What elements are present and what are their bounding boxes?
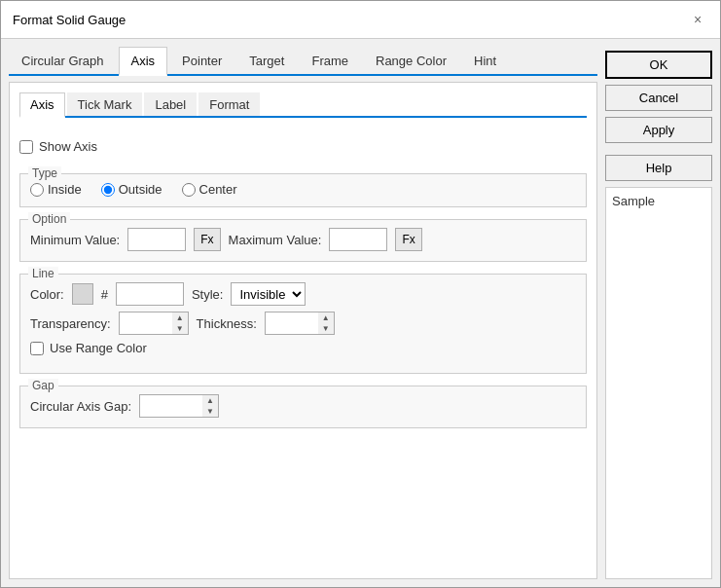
tab-frame[interactable]: Frame (299, 47, 361, 74)
style-label: Style: (192, 287, 224, 302)
circular-axis-gap-spinbox: 0 px ▲ ▼ (139, 394, 219, 418)
inner-tab-label[interactable]: Label (144, 92, 197, 116)
thickness-input[interactable]: 1 px (265, 312, 318, 335)
tab-hint[interactable]: Hint (461, 47, 509, 74)
transparency-spin-down[interactable]: ▼ (172, 323, 188, 334)
inner-tab-axis[interactable]: Axis (19, 92, 65, 118)
tab-circular-graph[interactable]: Circular Graph (9, 47, 117, 74)
gap-section: Gap Circular Axis Gap: 0 px ▲ ▼ (19, 386, 587, 428)
type-inside-label: Inside (48, 182, 82, 197)
tab-range-color[interactable]: Range Color (363, 47, 459, 74)
close-button[interactable]: × (687, 9, 708, 30)
use-range-color-checkbox[interactable] (30, 342, 44, 355)
dialog-title: Format Solid Gauge (13, 13, 126, 27)
type-outside-radio[interactable] (101, 183, 115, 197)
content-area: Circular Graph Axis Pointer Target Frame… (1, 39, 720, 587)
transparency-label: Transparency: (30, 316, 111, 331)
style-select[interactable]: Invisible Solid Dashed Dotted (231, 282, 306, 306)
circular-axis-gap-spin-up[interactable]: ▲ (202, 395, 218, 406)
type-outside-option: Outside (101, 182, 162, 197)
min-value-input[interactable]: Auto (127, 228, 186, 251)
title-bar: Format Solid Gauge × (1, 1, 720, 39)
ok-button[interactable]: OK (605, 51, 712, 79)
dialog: Format Solid Gauge × Circular Graph Axis… (0, 0, 721, 588)
sample-area: Sample (605, 187, 712, 579)
apply-button[interactable]: Apply (605, 117, 712, 143)
min-value-row: Minimum Value: Auto Fx Maximum Value: Au… (30, 228, 576, 251)
right-panel: OK Cancel Apply Help Sample (605, 47, 712, 579)
hash-symbol: # (101, 287, 108, 302)
color-hex-input[interactable]: D7D7D7 (116, 282, 184, 306)
thickness-spin-up[interactable]: ▲ (318, 312, 334, 323)
type-inside-option: Inside (30, 182, 82, 197)
sample-label: Sample (612, 194, 655, 208)
show-axis-row: Show Axis (19, 139, 587, 154)
thickness-label: Thickness: (197, 316, 257, 331)
type-center-label: Center (199, 182, 237, 197)
transparency-spin-up[interactable]: ▲ (172, 312, 188, 323)
min-value-label: Minimum Value: (30, 233, 120, 247)
line-section-label: Line (28, 267, 58, 280)
inner-tab-tick-mark[interactable]: Tick Mark (67, 92, 143, 116)
circular-axis-gap-spin-down[interactable]: ▼ (202, 406, 218, 417)
type-radio-group: Inside Outside Center (30, 182, 576, 197)
circular-axis-gap-row: Circular Axis Gap: 0 px ▲ ▼ (30, 394, 576, 418)
left-panel: Circular Graph Axis Pointer Target Frame… (9, 47, 597, 579)
option-section-label: Option (28, 212, 70, 226)
transparency-spin-buttons: ▲ ▼ (172, 312, 189, 335)
top-tabs: Circular Graph Axis Pointer Target Frame… (9, 47, 597, 76)
transparency-input[interactable]: 0 % (119, 312, 172, 335)
min-fx-button[interactable]: Fx (194, 228, 220, 251)
line-section: Line Color: # D7D7D7 Style: Invisible So… (19, 274, 587, 374)
help-button[interactable]: Help (605, 155, 712, 181)
gap-section-label: Gap (28, 379, 58, 392)
use-range-color-row: Use Range Color (30, 341, 576, 355)
inner-tabs: Axis Tick Mark Label Format (19, 92, 587, 118)
cancel-button[interactable]: Cancel (605, 85, 712, 111)
max-fx-button[interactable]: Fx (395, 228, 421, 251)
type-section: Type Inside Outside Center (19, 173, 587, 207)
thickness-spin-down[interactable]: ▼ (318, 323, 334, 334)
type-center-option: Center (182, 182, 237, 197)
type-center-radio[interactable] (182, 183, 196, 197)
transparency-spinbox: 0 % ▲ ▼ (119, 312, 189, 335)
line-color-row: Color: # D7D7D7 Style: Invisible Solid D… (30, 282, 576, 306)
type-inside-radio[interactable] (30, 183, 44, 197)
tab-pointer[interactable]: Pointer (169, 47, 234, 74)
type-section-label: Type (28, 166, 61, 180)
show-axis-checkbox[interactable] (19, 140, 33, 154)
type-outside-label: Outside (119, 182, 162, 197)
tab-axis[interactable]: Axis (119, 47, 168, 76)
color-label: Color: (30, 287, 64, 302)
line-transparency-row: Transparency: 0 % ▲ ▼ Thickness: 1 px (30, 312, 576, 335)
circular-axis-gap-input[interactable]: 0 px (139, 394, 202, 418)
circular-axis-gap-spin-buttons: ▲ ▼ (202, 394, 219, 418)
color-swatch[interactable] (72, 283, 93, 305)
max-value-input[interactable]: Auto (329, 228, 387, 251)
thickness-spin-buttons: ▲ ▼ (318, 312, 335, 335)
show-axis-label: Show Axis (39, 139, 97, 154)
option-section: Option Minimum Value: Auto Fx Maximum Va… (19, 219, 587, 262)
use-range-color-label: Use Range Color (50, 341, 147, 355)
inner-tab-format[interactable]: Format (198, 92, 260, 116)
tab-content-area: Axis Tick Mark Label Format Show Axis Ty… (9, 82, 597, 579)
max-value-label: Maximum Value: (229, 233, 322, 247)
thickness-spinbox: 1 px ▲ ▼ (265, 312, 335, 335)
circular-axis-gap-label: Circular Axis Gap: (30, 399, 131, 414)
tab-target[interactable]: Target (236, 47, 297, 74)
